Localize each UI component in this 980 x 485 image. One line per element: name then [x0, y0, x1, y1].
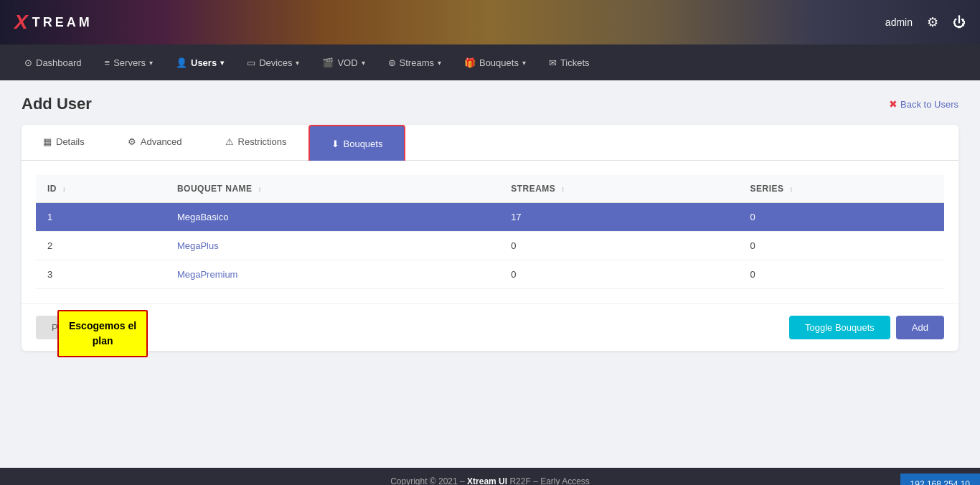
- nav-tickets[interactable]: ✉ Tickets: [539, 52, 600, 74]
- bouquets-nav-icon: 🎁: [464, 57, 476, 68]
- table-area: ID ↕ BOUQUET NAME ↕ STREAMS ↕: [22, 161, 958, 303]
- nav-dashboard-label: Dashboard: [36, 57, 82, 68]
- nav-bouquets-label: Bouquets: [479, 57, 519, 68]
- ip-badge: 192.168.254.10: [900, 474, 980, 485]
- col-id: ID ↕: [36, 175, 166, 203]
- servers-icon: ≡: [105, 57, 110, 68]
- row2-name: MegaPlus: [166, 232, 499, 260]
- streams-caret-icon: ▾: [438, 59, 441, 67]
- page-footer: Copyright © 2021 – Xtream UI R22F – Earl…: [0, 468, 980, 485]
- footer-version: R22F – Early Access: [509, 476, 589, 485]
- row3-name: MegaPremium: [166, 260, 499, 289]
- tabs-container: ▦ Details ⚙ Advanced ⚠ Restrictions ⬇ Bo…: [22, 125, 958, 161]
- nav-users-label: Users: [191, 57, 217, 68]
- table-header-row: ID ↕ BOUQUET NAME ↕ STREAMS ↕: [36, 175, 944, 203]
- col-streams: STREAMS ↕: [499, 175, 738, 203]
- nav-devices-label: Devices: [259, 57, 292, 68]
- annotation-line2: plan: [93, 335, 113, 347]
- col-bouquet-name-label: BOUQUET NAME: [177, 184, 253, 194]
- table-body: 1 MegaBasico 17 0 2 MegaPlus 0 0 3: [36, 203, 944, 289]
- settings-icon[interactable]: ⚙: [927, 14, 938, 30]
- annotation-line1: Escogemos el: [69, 320, 136, 331]
- nav-tickets-label: Tickets: [560, 57, 590, 68]
- add-button[interactable]: Add: [896, 316, 944, 339]
- page-header: Add User ✖ Back to Users: [22, 95, 958, 113]
- row3-name-link[interactable]: MegaPremium: [177, 269, 238, 280]
- card-footer: Previous Toggle Bouquets Add: [22, 303, 958, 351]
- tab-restrictions[interactable]: ⚠ Restrictions: [204, 125, 308, 160]
- restrictions-tab-label: Restrictions: [238, 136, 287, 147]
- row1-streams: 17: [499, 203, 738, 232]
- nav-bouquets[interactable]: 🎁 Bouquets ▾: [454, 52, 536, 74]
- devices-icon: ▭: [247, 57, 255, 68]
- bouquets-caret-icon: ▾: [522, 59, 526, 67]
- table-row[interactable]: 3 MegaPremium 0 0: [36, 260, 944, 289]
- main-card: ▦ Details ⚙ Advanced ⚠ Restrictions ⬇ Bo…: [22, 125, 958, 351]
- nav-streams-label: Streams: [400, 57, 434, 68]
- row2-id: 2: [36, 232, 166, 260]
- annotation-box: Escogemos el plan: [57, 310, 148, 357]
- col-series: SERIES ↕: [739, 175, 944, 203]
- row1-name: MegaBasico: [166, 203, 499, 232]
- nav-bar: ⊙ Dashboard ≡ Servers ▾ 👤 Users ▾ ▭ Devi…: [0, 44, 980, 80]
- row1-name-link[interactable]: MegaBasico: [177, 212, 229, 222]
- bouquets-table: ID ↕ BOUQUET NAME ↕ STREAMS ↕: [36, 175, 944, 289]
- logo-x-letter: X: [14, 11, 28, 34]
- col-bouquet-name: BOUQUET NAME ↕: [166, 175, 499, 203]
- tab-bouquets[interactable]: ⬇ Bouquets: [308, 125, 406, 161]
- streams-sort-icon[interactable]: ↕: [561, 185, 565, 193]
- advanced-tab-label: Advanced: [141, 136, 182, 147]
- devices-caret-icon: ▾: [296, 59, 299, 67]
- dashboard-icon: ⊙: [24, 57, 32, 68]
- back-to-users-label: Back to Users: [900, 99, 958, 110]
- nav-users[interactable]: 👤 Users ▾: [166, 52, 234, 74]
- nav-servers[interactable]: ≡ Servers ▾: [95, 52, 163, 74]
- servers-caret-icon: ▾: [149, 59, 153, 67]
- top-header: X TREAM admin ⚙ ⏻: [0, 0, 980, 44]
- streams-icon: ⊚: [388, 57, 396, 68]
- nav-devices[interactable]: ▭ Devices ▾: [237, 52, 309, 74]
- header-right: admin ⚙ ⏻: [885, 14, 966, 30]
- nav-servers-label: Servers: [113, 57, 146, 68]
- bouquets-tab-icon: ⬇: [331, 138, 339, 149]
- col-streams-label: STREAMS: [511, 184, 555, 194]
- row2-streams: 0: [499, 232, 738, 260]
- logo: X TREAM: [14, 11, 93, 34]
- username-label: admin: [885, 17, 913, 28]
- nav-streams[interactable]: ⊚ Streams ▾: [378, 52, 451, 74]
- nav-dashboard[interactable]: ⊙ Dashboard: [14, 52, 92, 74]
- footer-app-name: Xtream UI: [467, 476, 507, 485]
- users-icon: 👤: [176, 57, 187, 68]
- nav-vod-label: VOD: [337, 57, 357, 68]
- main-content: Add User ✖ Back to Users ▦ Details ⚙ Adv…: [0, 80, 980, 468]
- power-icon[interactable]: ⏻: [953, 15, 966, 30]
- back-to-users-link[interactable]: ✖ Back to Users: [889, 98, 958, 110]
- bouquet-name-sort-icon[interactable]: ↕: [258, 185, 262, 193]
- row3-series: 0: [739, 260, 944, 289]
- id-sort-icon[interactable]: ↕: [62, 185, 67, 193]
- row2-series: 0: [739, 232, 944, 260]
- page-title: Add User: [22, 95, 92, 113]
- back-icon: ✖: [889, 98, 897, 110]
- tab-advanced[interactable]: ⚙ Advanced: [106, 125, 204, 160]
- advanced-tab-icon: ⚙: [128, 136, 136, 147]
- details-tab-label: Details: [56, 136, 85, 147]
- series-sort-icon[interactable]: ↕: [789, 185, 793, 193]
- tickets-icon: ✉: [549, 57, 557, 68]
- toggle-bouquets-button[interactable]: Toggle Bouquets: [789, 316, 890, 339]
- row1-id: 1: [36, 203, 166, 232]
- col-id-label: ID: [47, 184, 57, 194]
- vod-caret-icon: ▾: [362, 59, 365, 67]
- tab-details[interactable]: ▦ Details: [22, 125, 106, 160]
- table-row[interactable]: 2 MegaPlus 0 0: [36, 232, 944, 260]
- row1-series: 0: [739, 203, 944, 232]
- details-tab-icon: ▦: [43, 136, 52, 147]
- footer-copyright: Copyright © 2021 –: [390, 476, 465, 485]
- row3-id: 3: [36, 260, 166, 289]
- table-row[interactable]: 1 MegaBasico 17 0: [36, 203, 944, 232]
- col-series-label: SERIES: [750, 184, 784, 194]
- action-buttons: Toggle Bouquets Add: [789, 316, 944, 339]
- nav-vod[interactable]: 🎬 VOD ▾: [312, 52, 374, 74]
- row2-name-link[interactable]: MegaPlus: [177, 240, 219, 251]
- logo-tream-text: TREAM: [32, 15, 93, 30]
